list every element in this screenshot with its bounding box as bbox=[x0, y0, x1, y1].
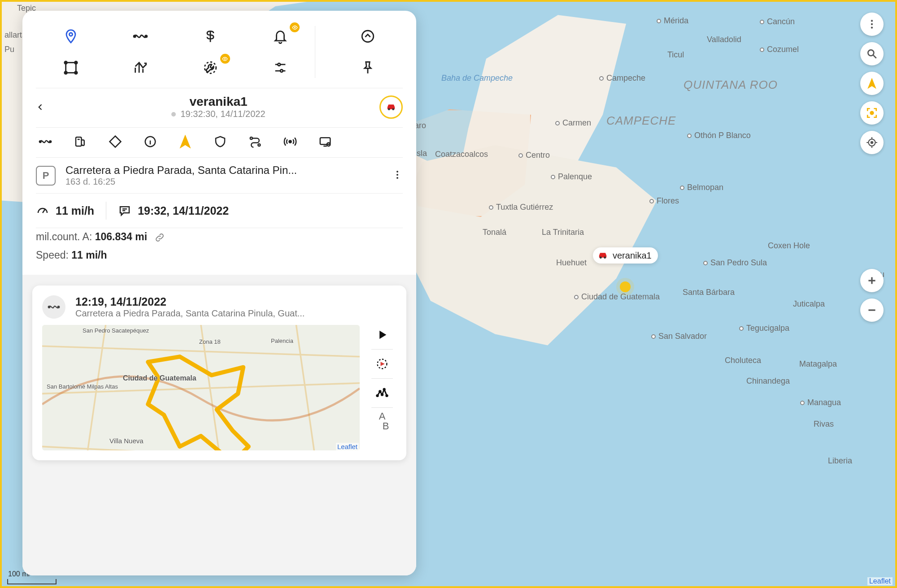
svg-point-24 bbox=[392, 108, 394, 110]
svg-point-45 bbox=[386, 395, 388, 397]
city-label: Choluteca bbox=[725, 356, 761, 365]
trip-graph-button[interactable] bbox=[372, 383, 392, 403]
more-menu-button[interactable] bbox=[860, 13, 884, 36]
tab-maintenance[interactable] bbox=[175, 52, 245, 83]
eye-badge-icon bbox=[290, 22, 300, 32]
eye-badge-icon bbox=[220, 54, 230, 64]
tab-tracking[interactable] bbox=[36, 21, 106, 52]
dt-navigation[interactable] bbox=[178, 134, 193, 149]
status-dot-icon bbox=[171, 112, 176, 117]
city-label: Mérida bbox=[657, 16, 688, 26]
divider bbox=[371, 349, 393, 350]
svg-point-2 bbox=[871, 20, 873, 22]
city-label: Rivas bbox=[814, 419, 834, 429]
city-label: Matagalpa bbox=[799, 359, 837, 369]
dt-sign[interactable] bbox=[108, 134, 123, 149]
trip-play-button[interactable] bbox=[372, 325, 392, 345]
svg-point-16 bbox=[74, 61, 77, 64]
trip-card[interactable]: 12:19, 14/11/2022 Carretera a Piedra Par… bbox=[32, 285, 406, 460]
vehicle-marker[interactable] bbox=[620, 281, 631, 292]
map-attribution[interactable]: Leaflet bbox=[867, 577, 893, 585]
divider bbox=[371, 378, 393, 379]
svg-point-21 bbox=[278, 63, 280, 66]
city-label: Coxen Hole bbox=[768, 241, 810, 251]
link-icon[interactable] bbox=[154, 232, 165, 243]
search-button[interactable] bbox=[860, 42, 884, 65]
car-icon bbox=[597, 250, 609, 261]
svg-rect-27 bbox=[76, 137, 82, 146]
trip-history-section: 12:19, 14/11/2022 Carretera a Piedra Par… bbox=[22, 275, 416, 575]
svg-point-31 bbox=[289, 141, 292, 143]
tab-analytics[interactable] bbox=[106, 52, 176, 83]
dt-info[interactable] bbox=[143, 134, 158, 149]
parking-icon: P bbox=[36, 166, 56, 186]
trip-address: Carretera a Piedra Parada, Santa Catarin… bbox=[75, 308, 305, 319]
vehicle-name: veranika1 bbox=[57, 95, 379, 109]
mini-map-label: Villa Nueva bbox=[109, 437, 144, 445]
tab-notifications[interactable] bbox=[245, 21, 315, 52]
svg-point-12 bbox=[294, 27, 295, 28]
svg-point-38 bbox=[58, 306, 60, 308]
svg-point-43 bbox=[381, 394, 383, 396]
vehicle-map-label[interactable]: veranika1 bbox=[593, 247, 658, 264]
dt-route[interactable] bbox=[38, 134, 53, 149]
svg-point-4 bbox=[871, 26, 873, 28]
mini-map-attribution[interactable]: Leaflet bbox=[336, 443, 359, 450]
city-label: Juticalpa bbox=[793, 299, 825, 309]
orient-north-button[interactable] bbox=[860, 72, 884, 95]
vehicle-map-name: veranika1 bbox=[613, 251, 652, 261]
svg-rect-32 bbox=[320, 138, 331, 144]
city-label: Valladolid bbox=[707, 35, 741, 44]
region-label: QUINTANA ROO bbox=[684, 78, 778, 92]
locate-me-button[interactable] bbox=[860, 131, 884, 154]
city-label: Cancún bbox=[760, 17, 795, 26]
scale-bar bbox=[7, 579, 57, 584]
mini-map-label: Palencia bbox=[271, 337, 293, 344]
city-label: San Pedro Sula bbox=[703, 258, 767, 268]
svg-point-5 bbox=[868, 50, 874, 56]
dt-fuel[interactable] bbox=[73, 134, 88, 149]
tab-routes[interactable] bbox=[106, 21, 176, 52]
svg-point-3 bbox=[871, 23, 873, 25]
dt-signal[interactable] bbox=[283, 134, 298, 149]
separator bbox=[315, 26, 333, 78]
city-label: Tegucigalpa bbox=[739, 324, 789, 333]
dt-path[interactable] bbox=[248, 134, 263, 149]
dt-shield[interactable] bbox=[213, 134, 228, 149]
tab-finance[interactable] bbox=[175, 21, 245, 52]
svg-point-44 bbox=[383, 389, 385, 390]
zoom-out-button[interactable] bbox=[860, 298, 884, 322]
svg-point-25 bbox=[39, 141, 41, 143]
svg-point-10 bbox=[134, 35, 136, 37]
trip-mini-map[interactable]: San Pedro Sacatepéquez Zona 18 Palencia … bbox=[42, 325, 360, 450]
svg-point-23 bbox=[388, 108, 390, 110]
svg-point-36 bbox=[396, 177, 398, 179]
collapse-panel-button[interactable] bbox=[333, 21, 403, 52]
location-more-button[interactable] bbox=[392, 169, 403, 182]
vehicle-avatar[interactable] bbox=[379, 95, 403, 119]
tab-geofence[interactable] bbox=[36, 52, 106, 83]
side-panel: veranika1 19:32:30, 14/11/2022 P Carrete… bbox=[22, 11, 416, 575]
back-button[interactable] bbox=[36, 103, 57, 112]
trip-ab-button[interactable]: AB bbox=[372, 412, 392, 432]
city-label: Cozumel bbox=[760, 45, 799, 54]
dt-device-settings[interactable] bbox=[318, 134, 333, 149]
scan-focus-button[interactable] bbox=[860, 101, 884, 125]
zoom-in-button[interactable] bbox=[860, 269, 884, 292]
mini-map-label: San Bartolomé Milpas Altas bbox=[47, 383, 118, 390]
vehicle-timestamp: 19:32:30, 14/11/2022 bbox=[57, 109, 379, 119]
svg-point-41 bbox=[377, 395, 379, 397]
svg-point-0 bbox=[600, 256, 602, 259]
city-label: San Salvador bbox=[651, 332, 707, 341]
trip-speed-button[interactable] bbox=[372, 354, 392, 374]
city-label: Belmopan bbox=[680, 183, 723, 192]
kv-mileage: mil.count. A: 106.834 mi bbox=[22, 228, 416, 246]
svg-point-26 bbox=[49, 141, 51, 143]
svg-point-35 bbox=[396, 174, 398, 176]
svg-point-29 bbox=[250, 137, 253, 139]
svg-point-6 bbox=[871, 112, 874, 115]
pin-panel-button[interactable] bbox=[333, 52, 403, 83]
car-icon bbox=[385, 102, 397, 112]
svg-point-30 bbox=[258, 144, 260, 146]
tab-settings[interactable] bbox=[245, 52, 315, 83]
